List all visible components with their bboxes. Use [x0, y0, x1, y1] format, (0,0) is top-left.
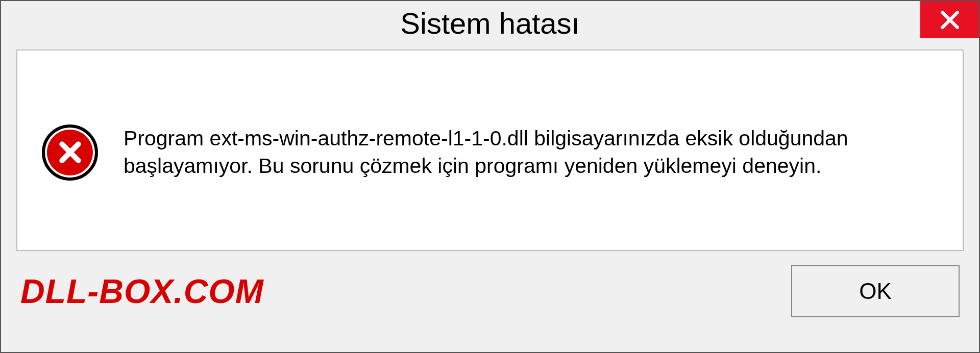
dialog-message: Program ext-ms-win-authz-remote-l1-1-0.d…: [124, 125, 938, 180]
error-icon: [42, 124, 98, 181]
close-button[interactable]: [920, 1, 979, 38]
dialog-footer: DLL-BOX.COM OK: [1, 251, 979, 317]
ok-button[interactable]: OK: [791, 265, 960, 317]
watermark-text: DLL-BOX.COM: [20, 272, 264, 311]
dialog-title: Sistem hatası: [400, 6, 579, 40]
dialog-content: Program ext-ms-win-authz-remote-l1-1-0.d…: [16, 49, 964, 251]
titlebar: Sistem hatası: [1, 1, 979, 49]
close-icon: [939, 9, 961, 31]
